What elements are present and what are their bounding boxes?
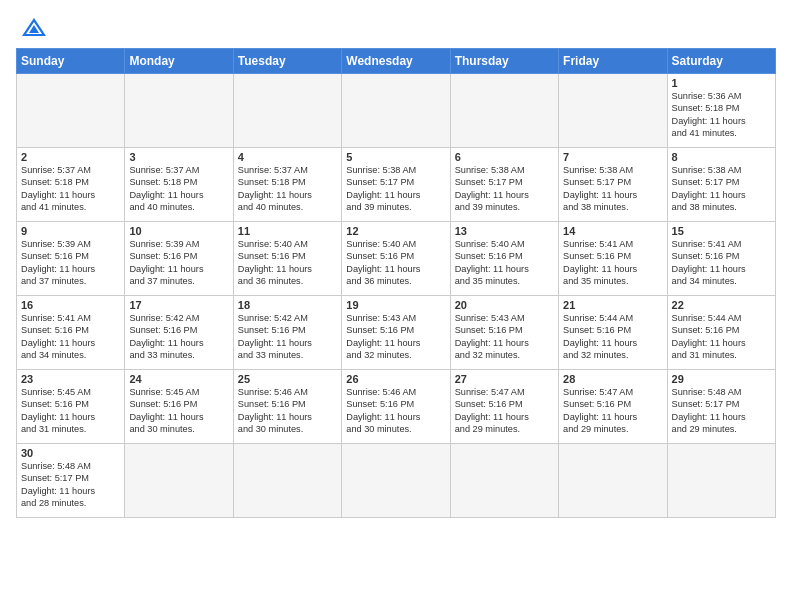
- day-number: 23: [21, 373, 120, 385]
- day-number: 26: [346, 373, 445, 385]
- day-cell: [667, 444, 775, 518]
- day-cell: 30Sunrise: 5:48 AMSunset: 5:17 PMDayligh…: [17, 444, 125, 518]
- day-number: 12: [346, 225, 445, 237]
- weekday-tuesday: Tuesday: [233, 49, 341, 74]
- day-cell: [342, 444, 450, 518]
- day-cell: 26Sunrise: 5:46 AMSunset: 5:16 PMDayligh…: [342, 370, 450, 444]
- day-info: Sunrise: 5:37 AMSunset: 5:18 PMDaylight:…: [238, 164, 337, 214]
- logo-text: [16, 16, 48, 38]
- day-number: 16: [21, 299, 120, 311]
- day-number: 18: [238, 299, 337, 311]
- day-info: Sunrise: 5:41 AMSunset: 5:16 PMDaylight:…: [21, 312, 120, 362]
- week-row-1: 2Sunrise: 5:37 AMSunset: 5:18 PMDaylight…: [17, 148, 776, 222]
- day-number: 5: [346, 151, 445, 163]
- day-info: Sunrise: 5:45 AMSunset: 5:16 PMDaylight:…: [129, 386, 228, 436]
- day-number: 19: [346, 299, 445, 311]
- day-info: Sunrise: 5:42 AMSunset: 5:16 PMDaylight:…: [238, 312, 337, 362]
- day-cell: [559, 444, 667, 518]
- week-row-5: 30Sunrise: 5:48 AMSunset: 5:17 PMDayligh…: [17, 444, 776, 518]
- day-cell: [233, 444, 341, 518]
- day-info: Sunrise: 5:40 AMSunset: 5:16 PMDaylight:…: [346, 238, 445, 288]
- day-info: Sunrise: 5:40 AMSunset: 5:16 PMDaylight:…: [455, 238, 554, 288]
- day-info: Sunrise: 5:41 AMSunset: 5:16 PMDaylight:…: [672, 238, 771, 288]
- day-number: 10: [129, 225, 228, 237]
- day-cell: [233, 74, 341, 148]
- day-cell: 12Sunrise: 5:40 AMSunset: 5:16 PMDayligh…: [342, 222, 450, 296]
- day-number: 7: [563, 151, 662, 163]
- logo-icon: [20, 16, 48, 38]
- day-number: 21: [563, 299, 662, 311]
- day-number: 15: [672, 225, 771, 237]
- day-number: 28: [563, 373, 662, 385]
- day-number: 14: [563, 225, 662, 237]
- day-number: 30: [21, 447, 120, 459]
- day-number: 13: [455, 225, 554, 237]
- weekday-saturday: Saturday: [667, 49, 775, 74]
- day-number: 4: [238, 151, 337, 163]
- day-info: Sunrise: 5:46 AMSunset: 5:16 PMDaylight:…: [238, 386, 337, 436]
- day-cell: 24Sunrise: 5:45 AMSunset: 5:16 PMDayligh…: [125, 370, 233, 444]
- day-cell: 10Sunrise: 5:39 AMSunset: 5:16 PMDayligh…: [125, 222, 233, 296]
- day-number: 3: [129, 151, 228, 163]
- day-number: 29: [672, 373, 771, 385]
- day-number: 8: [672, 151, 771, 163]
- day-info: Sunrise: 5:37 AMSunset: 5:18 PMDaylight:…: [129, 164, 228, 214]
- day-cell: [125, 444, 233, 518]
- day-info: Sunrise: 5:43 AMSunset: 5:16 PMDaylight:…: [455, 312, 554, 362]
- day-info: Sunrise: 5:36 AMSunset: 5:18 PMDaylight:…: [672, 90, 771, 140]
- day-info: Sunrise: 5:44 AMSunset: 5:16 PMDaylight:…: [563, 312, 662, 362]
- day-info: Sunrise: 5:40 AMSunset: 5:16 PMDaylight:…: [238, 238, 337, 288]
- weekday-sunday: Sunday: [17, 49, 125, 74]
- day-number: 6: [455, 151, 554, 163]
- day-info: Sunrise: 5:48 AMSunset: 5:17 PMDaylight:…: [672, 386, 771, 436]
- day-cell: 14Sunrise: 5:41 AMSunset: 5:16 PMDayligh…: [559, 222, 667, 296]
- day-info: Sunrise: 5:43 AMSunset: 5:16 PMDaylight:…: [346, 312, 445, 362]
- day-info: Sunrise: 5:41 AMSunset: 5:16 PMDaylight:…: [563, 238, 662, 288]
- day-number: 9: [21, 225, 120, 237]
- day-cell: 5Sunrise: 5:38 AMSunset: 5:17 PMDaylight…: [342, 148, 450, 222]
- day-cell: [450, 74, 558, 148]
- day-cell: 18Sunrise: 5:42 AMSunset: 5:16 PMDayligh…: [233, 296, 341, 370]
- day-cell: 8Sunrise: 5:38 AMSunset: 5:17 PMDaylight…: [667, 148, 775, 222]
- week-row-4: 23Sunrise: 5:45 AMSunset: 5:16 PMDayligh…: [17, 370, 776, 444]
- calendar: SundayMondayTuesdayWednesdayThursdayFrid…: [16, 48, 776, 518]
- day-cell: 4Sunrise: 5:37 AMSunset: 5:18 PMDaylight…: [233, 148, 341, 222]
- day-info: Sunrise: 5:38 AMSunset: 5:17 PMDaylight:…: [672, 164, 771, 214]
- day-cell: 3Sunrise: 5:37 AMSunset: 5:18 PMDaylight…: [125, 148, 233, 222]
- day-cell: [125, 74, 233, 148]
- day-cell: 25Sunrise: 5:46 AMSunset: 5:16 PMDayligh…: [233, 370, 341, 444]
- day-cell: 13Sunrise: 5:40 AMSunset: 5:16 PMDayligh…: [450, 222, 558, 296]
- day-info: Sunrise: 5:37 AMSunset: 5:18 PMDaylight:…: [21, 164, 120, 214]
- weekday-thursday: Thursday: [450, 49, 558, 74]
- day-info: Sunrise: 5:47 AMSunset: 5:16 PMDaylight:…: [455, 386, 554, 436]
- day-cell: 19Sunrise: 5:43 AMSunset: 5:16 PMDayligh…: [342, 296, 450, 370]
- week-row-2: 9Sunrise: 5:39 AMSunset: 5:16 PMDaylight…: [17, 222, 776, 296]
- day-cell: 28Sunrise: 5:47 AMSunset: 5:16 PMDayligh…: [559, 370, 667, 444]
- day-cell: 27Sunrise: 5:47 AMSunset: 5:16 PMDayligh…: [450, 370, 558, 444]
- page: SundayMondayTuesdayWednesdayThursdayFrid…: [0, 0, 792, 612]
- day-cell: 15Sunrise: 5:41 AMSunset: 5:16 PMDayligh…: [667, 222, 775, 296]
- day-number: 17: [129, 299, 228, 311]
- day-cell: [17, 74, 125, 148]
- weekday-header-row: SundayMondayTuesdayWednesdayThursdayFrid…: [17, 49, 776, 74]
- week-row-0: 1Sunrise: 5:36 AMSunset: 5:18 PMDaylight…: [17, 74, 776, 148]
- day-cell: 29Sunrise: 5:48 AMSunset: 5:17 PMDayligh…: [667, 370, 775, 444]
- day-cell: 1Sunrise: 5:36 AMSunset: 5:18 PMDaylight…: [667, 74, 775, 148]
- day-cell: 7Sunrise: 5:38 AMSunset: 5:17 PMDaylight…: [559, 148, 667, 222]
- day-info: Sunrise: 5:48 AMSunset: 5:17 PMDaylight:…: [21, 460, 120, 510]
- day-cell: 9Sunrise: 5:39 AMSunset: 5:16 PMDaylight…: [17, 222, 125, 296]
- day-cell: 17Sunrise: 5:42 AMSunset: 5:16 PMDayligh…: [125, 296, 233, 370]
- day-cell: 6Sunrise: 5:38 AMSunset: 5:17 PMDaylight…: [450, 148, 558, 222]
- day-cell: 20Sunrise: 5:43 AMSunset: 5:16 PMDayligh…: [450, 296, 558, 370]
- day-cell: 11Sunrise: 5:40 AMSunset: 5:16 PMDayligh…: [233, 222, 341, 296]
- weekday-friday: Friday: [559, 49, 667, 74]
- day-cell: 2Sunrise: 5:37 AMSunset: 5:18 PMDaylight…: [17, 148, 125, 222]
- day-number: 20: [455, 299, 554, 311]
- day-number: 1: [672, 77, 771, 89]
- day-number: 22: [672, 299, 771, 311]
- day-info: Sunrise: 5:38 AMSunset: 5:17 PMDaylight:…: [346, 164, 445, 214]
- day-cell: 23Sunrise: 5:45 AMSunset: 5:16 PMDayligh…: [17, 370, 125, 444]
- day-info: Sunrise: 5:47 AMSunset: 5:16 PMDaylight:…: [563, 386, 662, 436]
- day-number: 27: [455, 373, 554, 385]
- week-row-3: 16Sunrise: 5:41 AMSunset: 5:16 PMDayligh…: [17, 296, 776, 370]
